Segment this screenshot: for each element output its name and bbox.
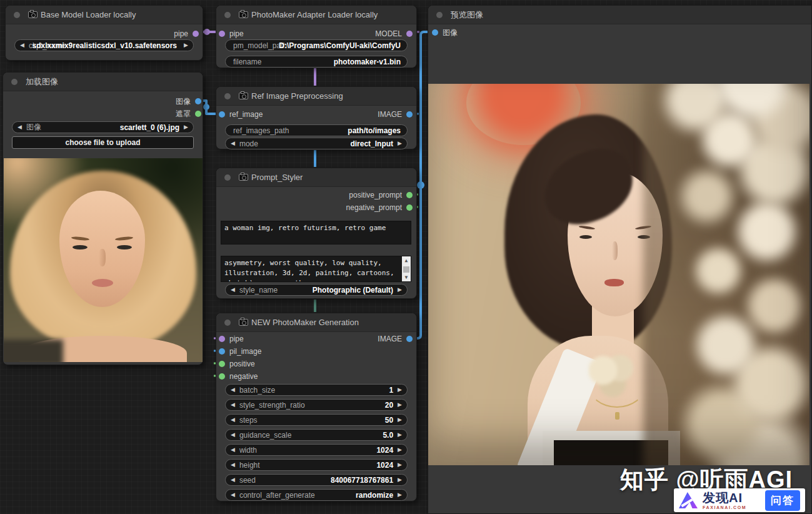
arrow-right-icon[interactable]: ▶ xyxy=(398,447,402,453)
node-photomaker-generation[interactable]: NEW PhotoMaker Generation pipe IMAGE pil… xyxy=(216,313,417,501)
width-widget[interactable]: ◀ width 1024 ▶ xyxy=(225,444,408,456)
positive-prompt-textarea[interactable]: a woman img, retro futurism, retro game xyxy=(221,221,411,244)
slot-dot[interactable] xyxy=(219,361,225,367)
collapse-dot[interactable] xyxy=(14,12,20,18)
node-photomaker-adapter-loader[interactable]: PhotoMaker Adapter Loader locally pipe M… xyxy=(216,5,417,68)
slot-dot[interactable] xyxy=(219,31,225,37)
style-strength-ratio-widget[interactable]: ◀ style_strength_ratio 20 ▶ xyxy=(225,399,408,411)
node-load-image[interactable]: 加载图像 图像 遮罩 ◀ 图像 scarlett_0 (6).jpg ▶ cho… xyxy=(3,72,203,365)
slot-dot[interactable] xyxy=(406,31,413,37)
slot-dot[interactable] xyxy=(406,204,413,211)
arrow-right-icon[interactable]: ▶ xyxy=(184,43,188,48)
output-slot-image[interactable]: 图像 xyxy=(176,96,201,107)
arrow-left-icon[interactable]: ◀ xyxy=(231,477,235,483)
arrow-right-icon[interactable]: ▶ xyxy=(398,387,402,393)
scroll-down-icon[interactable]: ▼ xyxy=(405,273,408,281)
node-header[interactable]: 预览图像 xyxy=(428,6,811,24)
collapse-dot[interactable] xyxy=(224,12,231,18)
choose-file-button[interactable]: choose file to upload xyxy=(12,136,194,149)
node-header[interactable]: Ref Image Preprocessing xyxy=(216,87,416,106)
textarea-scrollbar[interactable]: ▲ ▼ xyxy=(402,256,411,281)
input-slot-pipe[interactable]: pipe xyxy=(219,29,244,38)
input-slot-pipe[interactable]: pipe xyxy=(219,335,244,343)
output-slot-image[interactable]: IMAGE xyxy=(378,110,413,119)
slot-dot[interactable] xyxy=(195,111,201,117)
output-slot-image[interactable]: IMAGE xyxy=(378,335,413,343)
node-header[interactable]: Base Model Loader locally xyxy=(6,6,203,24)
height-widget[interactable]: ◀ height 1024 ▶ xyxy=(225,459,408,471)
arrow-right-icon[interactable]: ▶ xyxy=(398,417,402,423)
input-slot-image[interactable]: 图像 xyxy=(432,28,458,38)
slot-dot[interactable] xyxy=(195,98,201,104)
arrow-left-icon[interactable]: ◀ xyxy=(18,124,22,130)
arrow-left-icon[interactable]: ◀ xyxy=(231,432,235,438)
node-preview-image[interactable]: 预览图像 图像 xyxy=(428,5,812,514)
slot-dot[interactable] xyxy=(219,348,225,355)
arrow-right-icon[interactable]: ▶ xyxy=(398,432,402,438)
arrow-right-icon[interactable]: ▶ xyxy=(398,462,402,468)
collapse-dot[interactable] xyxy=(224,320,231,326)
arrow-left-icon[interactable]: ◀ xyxy=(231,492,235,498)
scrollbar-thumb[interactable] xyxy=(403,266,409,273)
output-slot-negative-prompt[interactable]: negative_prompt xyxy=(346,203,413,212)
arrow-right-icon[interactable]: ▶ xyxy=(398,141,402,146)
control-after-generate-widget[interactable]: ◀ control_after_generate randomize ▶ xyxy=(225,489,408,501)
slot-dot[interactable] xyxy=(406,111,413,118)
negative-prompt-textarea[interactable]: asymmetry, worst quality, low quality, i… xyxy=(221,256,411,282)
input-slot-positive[interactable]: positive xyxy=(219,360,255,368)
seed-widget[interactable]: ◀ seed 840067718767861 ▶ xyxy=(225,474,408,486)
arrow-left-icon[interactable]: ◀ xyxy=(231,447,235,453)
slot-dot[interactable] xyxy=(432,29,438,36)
node-ref-image-preprocessing[interactable]: Ref Image Preprocessing ref_image IMAGE … xyxy=(216,86,417,149)
arrow-right-icon[interactable]: ▶ xyxy=(398,477,402,483)
node-prompt-styler[interactable]: Prompt_Styler positive_prompt negative_p… xyxy=(216,168,417,299)
brand-domain: FAXIANAI.COM xyxy=(703,505,746,510)
arrow-left-icon[interactable]: ◀ xyxy=(231,402,235,408)
steps-widget[interactable]: ◀ steps 50 ▶ xyxy=(225,414,408,426)
node-graph-canvas[interactable]: Base Model Loader locally pipe ◀ ckpt_na… xyxy=(0,0,812,514)
arrow-left-icon[interactable]: ◀ xyxy=(231,287,235,293)
arrow-right-icon[interactable]: ▶ xyxy=(398,492,402,498)
arrow-left-icon[interactable]: ◀ xyxy=(231,417,235,423)
slot-dot[interactable] xyxy=(406,192,413,198)
widget-value: 50 xyxy=(385,416,393,425)
node-header[interactable]: Prompt_Styler xyxy=(216,168,416,187)
output-slot-mask[interactable]: 遮罩 xyxy=(176,109,201,119)
filename-widget[interactable]: filename photomaker-v1.bin xyxy=(225,56,408,68)
guidance-scale-widget[interactable]: ◀ guidance_scale 5.0 ▶ xyxy=(225,429,408,441)
output-slot-model[interactable]: MODEL xyxy=(375,29,413,38)
style-name-widget[interactable]: ◀ style_name Photographic (Default) ▶ xyxy=(225,284,408,296)
arrow-left-icon[interactable]: ◀ xyxy=(231,387,235,393)
collapse-dot[interactable] xyxy=(436,12,443,18)
slot-dot[interactable] xyxy=(219,336,225,342)
arrow-left-icon[interactable]: ◀ xyxy=(231,141,235,146)
mode-widget[interactable]: ◀ mode direct_Input ▶ xyxy=(225,138,408,149)
ckpt-name-widget[interactable]: ◀ ckpt_name sdxlxxmix9realisticsdxl_v10.… xyxy=(14,39,194,51)
slot-dot[interactable] xyxy=(219,373,225,380)
arrow-left-icon[interactable]: ◀ xyxy=(20,43,24,48)
node-base-model-loader[interactable]: Base Model Loader locally pipe ◀ ckpt_na… xyxy=(5,5,203,61)
ref-images-path-widget[interactable]: ref_images_path path/to/images xyxy=(225,124,408,136)
slot-dot[interactable] xyxy=(219,111,225,118)
collapse-dot[interactable] xyxy=(224,174,231,181)
input-slot-pil-image[interactable]: pil_image xyxy=(219,347,261,356)
arrow-right-icon[interactable]: ▶ xyxy=(398,402,402,408)
image-file-widget[interactable]: ◀ 图像 scarlett_0 (6).jpg ▶ xyxy=(12,121,194,133)
input-slot-negative[interactable]: negative xyxy=(219,372,258,381)
collapse-dot[interactable] xyxy=(11,79,18,85)
input-slot-ref-image[interactable]: ref_image xyxy=(219,110,263,119)
batch-size-widget[interactable]: ◀ batch_size 1 ▶ xyxy=(225,384,408,396)
slot-dot[interactable] xyxy=(193,31,199,37)
arrow-right-icon[interactable]: ▶ xyxy=(184,124,188,130)
node-header[interactable]: 加载图像 xyxy=(3,73,203,91)
output-slot-pipe[interactable]: pipe xyxy=(174,29,199,38)
arrow-left-icon[interactable]: ◀ xyxy=(231,462,235,468)
collapse-dot[interactable] xyxy=(224,93,231,99)
node-header[interactable]: NEW PhotoMaker Generation xyxy=(216,313,416,332)
arrow-right-icon[interactable]: ▶ xyxy=(398,287,402,293)
output-slot-positive-prompt[interactable]: positive_prompt xyxy=(349,191,413,199)
slot-dot[interactable] xyxy=(406,336,413,342)
node-header[interactable]: PhotoMaker Adapter Loader locally xyxy=(216,6,416,24)
scroll-up-icon[interactable]: ▲ xyxy=(405,256,408,265)
pm-model-path-widget[interactable]: pm_model_path D:\Programs\ComfyUI-aki\Co… xyxy=(225,39,408,51)
